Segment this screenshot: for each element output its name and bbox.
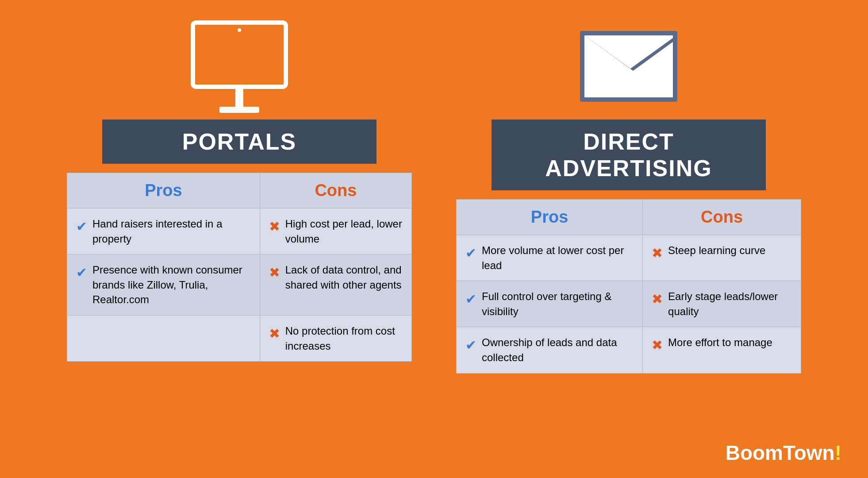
monitor-stand <box>235 89 243 107</box>
table-row: ✖ No protection from cost increases <box>67 315 412 361</box>
boomtown-logo: BoomTown! <box>726 441 841 465</box>
x-icon: ✖ <box>269 263 280 282</box>
envelope-icon <box>580 31 677 102</box>
envelope-icon-container <box>567 18 691 115</box>
x-icon: ✖ <box>652 336 663 355</box>
direct-con-2: ✖ Early stage leads/lower quality <box>643 281 801 327</box>
direct-advertising-table: Pros Cons ✔ More volume at lower cost pe… <box>456 199 801 374</box>
check-icon: ✔ <box>465 290 476 308</box>
table-row: ✔ Ownership of leads and data collected … <box>457 327 801 373</box>
x-icon: ✖ <box>652 244 663 262</box>
portals-con-1: ✖ High cost per lead, lower volume <box>260 208 411 254</box>
portals-title-banner: PORTALS <box>102 120 376 164</box>
envelope-inner <box>584 35 673 97</box>
portals-column: PORTALS Pros Cons ✔ Hand raisers interes… <box>62 18 416 362</box>
table-row: ✔ Hand raisers interested in a property … <box>67 208 412 254</box>
direct-pro-1: ✔ More volume at lower cost per lead <box>457 235 643 281</box>
monitor-icon-container <box>177 18 301 115</box>
portals-pros-header: Pros <box>67 173 260 208</box>
portals-con-2: ✖ Lack of data control, and shared with … <box>260 254 411 316</box>
direct-con-1: ✖ Steep learning curve <box>643 235 801 281</box>
monitor-screen <box>191 20 288 89</box>
direct-cons-header: Cons <box>643 200 801 235</box>
monitor-icon <box>191 20 288 113</box>
check-icon: ✔ <box>76 217 87 236</box>
boomtown-boom: BoomTown <box>726 441 835 464</box>
direct-advertising-title-banner: DIRECT ADVERTISING <box>492 120 766 190</box>
direct-advertising-title: DIRECT ADVERTISING <box>545 129 712 181</box>
portals-title: PORTALS <box>182 129 297 154</box>
envelope-body <box>580 31 677 102</box>
direct-advertising-column: DIRECT ADVERTISING Pros Cons ✔ More volu… <box>452 18 806 374</box>
x-icon: ✖ <box>269 324 280 343</box>
direct-con-3: ✖ More effort to manage <box>643 327 801 373</box>
x-icon: ✖ <box>269 217 280 236</box>
portals-pro-empty <box>67 315 260 361</box>
portals-table: Pros Cons ✔ Hand raisers interested in a… <box>67 173 412 362</box>
direct-pro-3: ✔ Ownership of leads and data collected <box>457 327 643 373</box>
portals-pro-1: ✔ Hand raisers interested in a property <box>67 208 260 254</box>
table-row: ✔ More volume at lower cost per lead ✖ S… <box>457 235 801 281</box>
direct-pro-2: ✔ Full control over targeting & visibili… <box>457 281 643 327</box>
table-row: ✔ Presence with known consumer brands li… <box>67 254 412 316</box>
direct-pros-header: Pros <box>457 200 643 235</box>
monitor-base <box>219 107 259 113</box>
x-icon: ✖ <box>652 290 663 308</box>
check-icon: ✔ <box>465 336 476 355</box>
portals-cons-header: Cons <box>260 173 411 208</box>
table-row: ✔ Full control over targeting & visibili… <box>457 281 801 327</box>
check-icon: ✔ <box>465 244 476 262</box>
boomtown-exclamation: ! <box>835 441 841 464</box>
portals-con-3: ✖ No protection from cost increases <box>260 315 411 361</box>
portals-pro-2: ✔ Presence with known consumer brands li… <box>67 254 260 316</box>
main-container: PORTALS Pros Cons ✔ Hand raisers interes… <box>0 0 868 478</box>
check-icon: ✔ <box>76 263 87 282</box>
